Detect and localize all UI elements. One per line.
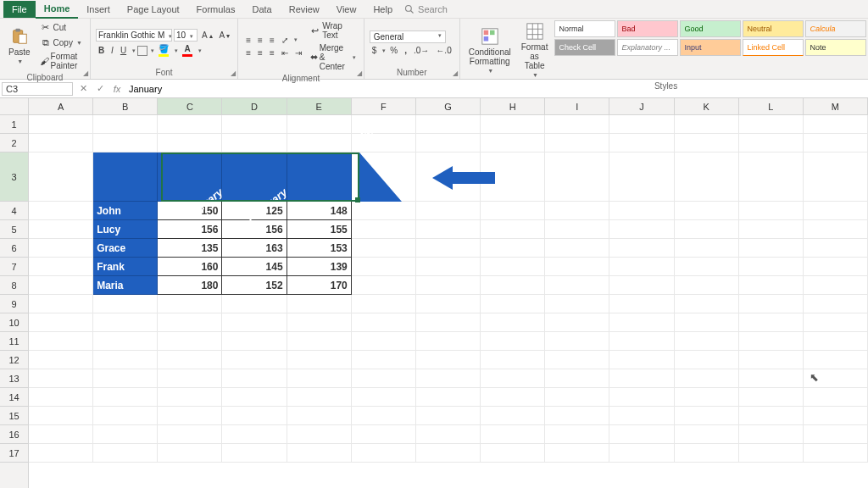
cell-K1[interactable] [675, 115, 739, 134]
row-header-14[interactable]: 14 [0, 388, 28, 407]
cell-D5[interactable]: 156 [222, 220, 287, 239]
align-left-button[interactable]: ≡ [243, 47, 253, 58]
cell-J14[interactable] [609, 388, 674, 407]
cell-M11[interactable] [804, 332, 868, 351]
cell-B17[interactable] [93, 444, 158, 463]
cell-H2[interactable] [481, 134, 545, 152]
cell-A16[interactable] [29, 425, 93, 444]
cell-M14[interactable] [804, 388, 868, 407]
worksheet-grid[interactable]: 1 2 3 4 5 6 7 8 9 10 11 12 13 14 15 16 1… [0, 98, 868, 488]
style-good[interactable]: Good [680, 20, 741, 37]
cell-M9[interactable] [804, 295, 868, 313]
cell-C17[interactable] [158, 444, 222, 463]
cell-M8[interactable] [804, 276, 868, 295]
cell-D10[interactable] [222, 313, 287, 332]
row-header-2[interactable]: 2 [0, 134, 28, 152]
alignment-dialog-launcher[interactable]: ◢ [357, 69, 362, 77]
borders-button[interactable] [137, 46, 147, 56]
cell-K12[interactable] [675, 351, 739, 369]
cell-K10[interactable] [675, 313, 739, 332]
cell-I8[interactable] [545, 276, 609, 295]
cell-K17[interactable] [675, 444, 739, 463]
tab-review[interactable]: Review [281, 1, 328, 18]
cell-G14[interactable] [416, 388, 481, 407]
cell-F8[interactable] [352, 276, 416, 295]
cell-I7[interactable] [545, 258, 609, 276]
style-input[interactable]: Input [680, 39, 741, 56]
cell-E11[interactable] [287, 332, 352, 351]
cell-A6[interactable] [29, 239, 93, 258]
style-normal[interactable]: Normal [554, 20, 615, 37]
clipboard-dialog-launcher[interactable]: ◢ [83, 69, 88, 77]
cell-D6[interactable]: 163 [222, 239, 287, 258]
cell-L12[interactable] [739, 351, 804, 369]
conditional-formatting-button[interactable]: Conditional Formatting▼ [465, 20, 515, 80]
cell-E1[interactable] [287, 115, 352, 134]
cell-G16[interactable] [416, 425, 481, 444]
row-header-15[interactable]: 15 [0, 407, 28, 425]
cell-C14[interactable] [158, 388, 222, 407]
cell-G15[interactable] [416, 407, 481, 425]
cell-F16[interactable] [352, 425, 416, 444]
tell-me-search[interactable]: Search [404, 4, 448, 14]
font-name-select[interactable]: Franklin Gothic M ▾ [96, 29, 172, 42]
cell-E5[interactable]: 155 [287, 220, 352, 239]
align-middle-button[interactable]: ≡ [255, 35, 265, 46]
cell-I6[interactable] [545, 239, 609, 258]
cell-K14[interactable] [675, 388, 739, 407]
cell-I12[interactable] [545, 351, 609, 369]
cell-M10[interactable] [804, 313, 868, 332]
row-header-6[interactable]: 6 [0, 239, 28, 258]
cell-J17[interactable] [609, 444, 674, 463]
cell-J8[interactable] [609, 276, 674, 295]
cell-G2[interactable] [416, 134, 481, 152]
row-header-17[interactable]: 17 [0, 444, 28, 463]
cell-F10[interactable] [352, 313, 416, 332]
cell-E4[interactable]: 148 [287, 202, 352, 220]
row-header-7[interactable]: 7 [0, 258, 28, 276]
row-header-13[interactable]: 13 [0, 369, 28, 388]
col-header-F[interactable]: F [352, 98, 416, 114]
col-header-B[interactable]: B [93, 98, 158, 114]
cell-C13[interactable] [158, 369, 222, 388]
cell-B5[interactable]: Lucy [93, 220, 158, 239]
cell-K15[interactable] [675, 407, 739, 425]
cell-B10[interactable] [93, 313, 158, 332]
cell-L11[interactable] [739, 332, 804, 351]
cell-F11[interactable] [352, 332, 416, 351]
copy-button[interactable]: ⧉Copy▼ [37, 36, 85, 49]
cell-J9[interactable] [609, 295, 674, 313]
cell-K6[interactable] [675, 239, 739, 258]
cell-C2[interactable] [158, 134, 222, 152]
style-neutral[interactable]: Neutral [743, 20, 804, 37]
cell-A5[interactable] [29, 220, 93, 239]
col-header-G[interactable]: G [416, 98, 481, 114]
cell-D11[interactable] [222, 332, 287, 351]
tab-formulas[interactable]: Formulas [188, 1, 244, 18]
cell-A17[interactable] [29, 444, 93, 463]
cell-B16[interactable] [93, 425, 158, 444]
cell-A15[interactable] [29, 407, 93, 425]
row-header-11[interactable]: 11 [0, 332, 28, 351]
cell-K8[interactable] [675, 276, 739, 295]
cell-B11[interactable] [93, 332, 158, 351]
cell-M1[interactable] [804, 115, 868, 134]
cell-E17[interactable] [287, 444, 352, 463]
cell-C1[interactable] [158, 115, 222, 134]
cell-D9[interactable] [222, 295, 287, 313]
cell-J6[interactable] [609, 239, 674, 258]
cell-C12[interactable] [158, 351, 222, 369]
cell-H1[interactable] [481, 115, 545, 134]
row-header-1[interactable]: 1 [0, 115, 28, 134]
cell-A10[interactable] [29, 313, 93, 332]
cell-J7[interactable] [609, 258, 674, 276]
cell-M12[interactable] [804, 351, 868, 369]
cell-A11[interactable] [29, 332, 93, 351]
cell-L3[interactable] [739, 152, 804, 202]
cell-G10[interactable] [416, 313, 481, 332]
cell-A12[interactable] [29, 351, 93, 369]
font-size-select[interactable]: 10 ▾ [174, 29, 198, 42]
cells[interactable]: January February John150125148 Lucy15615… [29, 115, 868, 463]
cell-L6[interactable] [739, 239, 804, 258]
cell-E7[interactable]: 139 [287, 258, 352, 276]
